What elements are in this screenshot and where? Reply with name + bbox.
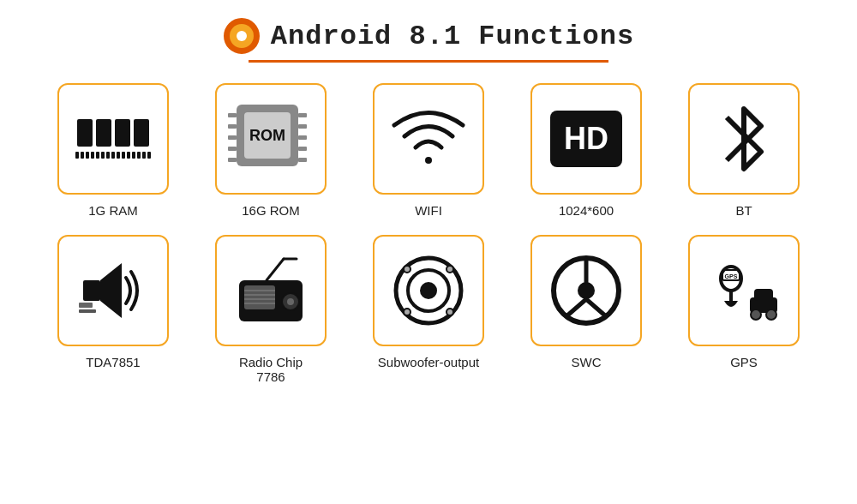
svg-point-17 (287, 298, 294, 305)
wifi-label: WIFI (415, 203, 442, 218)
bt-label: BT (735, 203, 752, 218)
ram-bar-1 (77, 119, 93, 147)
ram-bar-3 (115, 119, 130, 147)
chip-pins-left (228, 113, 237, 162)
svg-rect-35 (754, 289, 773, 301)
feature-bt: BT (675, 83, 812, 218)
svg-text:GPS: GPS (725, 273, 738, 279)
tda-label: TDA7851 (86, 355, 140, 369)
svg-line-28 (566, 299, 586, 316)
feature-radio: Radio Chip 7786 (202, 235, 339, 384)
feature-wifi: WIFI (360, 83, 497, 218)
feature-rom: ROM (202, 83, 339, 218)
ram-label: 1G RAM (88, 203, 138, 218)
svg-point-26 (578, 282, 595, 299)
svg-point-20 (420, 282, 437, 299)
feature-resolution: HD 1024*600 (518, 83, 655, 218)
chip-pins-right (298, 113, 307, 162)
feature-tda: TDA7851 (45, 235, 182, 384)
rom-icon-box: ROM (215, 83, 327, 195)
gps-label: GPS (730, 355, 758, 369)
bluetooth-icon (718, 100, 770, 177)
radio-icon-box (215, 235, 327, 346)
bt-icon-box (688, 83, 800, 195)
svg-rect-7 (79, 309, 96, 313)
svg-point-3 (425, 157, 432, 164)
svg-point-37 (766, 309, 776, 320)
svg-rect-11 (244, 285, 275, 309)
resolution-label: 1024*600 (559, 203, 614, 218)
features-grid: 1G RAM ROM (45, 83, 812, 384)
speaker-icon-box (57, 235, 169, 346)
rom-chip-wrapper: ROM (237, 105, 305, 173)
radio-icon (232, 255, 309, 327)
steering-wheel-icon (548, 252, 625, 329)
subwoofer-icon-box (373, 235, 484, 346)
swc-label: SWC (572, 355, 602, 369)
swc-icon-box (530, 235, 642, 346)
svg-rect-6 (79, 303, 93, 308)
rom-label-inner: ROM (244, 112, 291, 159)
subwoofer-label: Subwoofer-output (378, 355, 479, 369)
feature-gps: GPS GPS (675, 235, 812, 384)
svg-line-29 (586, 299, 606, 316)
ram-bar-2 (96, 119, 111, 147)
svg-point-2 (237, 31, 247, 41)
ram-icon-box (57, 83, 169, 195)
wifi-icon-box (373, 83, 484, 195)
page-title: Android 8.1 Functions (271, 21, 634, 52)
svg-point-22 (446, 266, 453, 273)
title-underline (249, 60, 608, 63)
gps-icon-box: GPS (688, 235, 800, 346)
subwoofer-icon (390, 252, 467, 329)
rom-label: 16G ROM (242, 203, 300, 218)
hd-icon-box: HD (530, 83, 642, 195)
svg-line-8 (267, 259, 284, 280)
svg-point-21 (404, 266, 411, 273)
ram-bar-4 (134, 119, 149, 147)
radio-label: Radio Chip 7786 (239, 355, 303, 384)
svg-marker-5 (100, 263, 122, 318)
feature-subwoofer: Subwoofer-output (360, 235, 497, 384)
svg-point-36 (751, 309, 761, 320)
svg-rect-4 (83, 280, 100, 301)
rom-chip-icon: ROM (237, 105, 298, 166)
gps-icon: GPS (705, 255, 782, 327)
header: Android 8.1 Functions (223, 17, 634, 55)
svg-point-24 (446, 309, 453, 315)
feature-ram: 1G RAM (45, 83, 182, 218)
ram-icon (75, 119, 151, 159)
hd-icon: HD (550, 111, 622, 167)
wifi-icon (390, 105, 467, 173)
svg-point-23 (404, 309, 411, 315)
android-logo-icon (223, 17, 261, 55)
speaker-icon (75, 256, 152, 325)
feature-swc: SWC (518, 235, 655, 384)
